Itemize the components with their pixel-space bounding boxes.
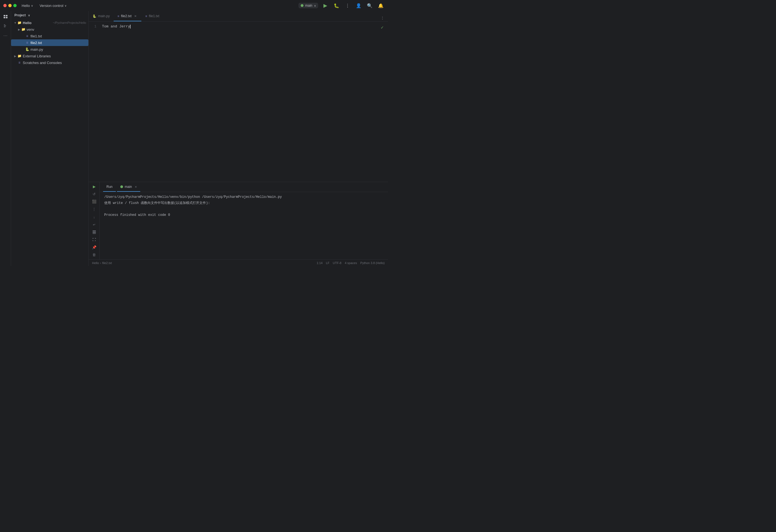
minimize-button[interactable] — [8, 4, 12, 7]
close-button[interactable] — [3, 4, 7, 7]
sidebar-structure-button[interactable] — [1, 22, 10, 30]
debug-button[interactable]: 🐛 — [333, 2, 340, 9]
mainpy-spacer — [21, 47, 25, 51]
trash-button[interactable]: 🗑 — [90, 251, 99, 258]
version-control-chevron-icon: ∨ — [64, 4, 66, 7]
left-icon-bar: ⋯ — [0, 11, 11, 266]
pin-button[interactable]: 📌 — [90, 244, 99, 251]
svg-rect-2 — [4, 17, 5, 18]
stop-button[interactable]: ⬛ — [90, 198, 99, 205]
tree-item-venv[interactable]: ▶ 📁 venv — [11, 26, 88, 33]
file2-label: file2.txt — [30, 41, 86, 45]
run-config[interactable]: main ∨ — [299, 3, 318, 8]
sidebar: Project ∨ ▼ 📁 Hello ~/PycharmProjects/He… — [11, 11, 89, 266]
bottom-tab-main[interactable]: main ✕ — [117, 182, 140, 192]
sidebar-title: Project — [14, 13, 26, 17]
svg-rect-1 — [6, 15, 7, 16]
project-chevron-icon: ∨ — [31, 4, 33, 7]
rerun-button[interactable]: ↺ — [90, 191, 99, 198]
layers-button[interactable] — [90, 229, 99, 236]
breadcrumb-sep-icon: › — [100, 261, 101, 265]
external-label: External Libraries — [23, 54, 86, 58]
tab-file2[interactable]: ≡ file2.txt ✕ — [114, 11, 141, 21]
tab-file1-icon: ≡ — [145, 14, 147, 18]
svg-rect-7 — [92, 231, 96, 231]
console-output-text: 使用 write / flush 函数向文件中写出数据(以追加模式打开文件): — [104, 201, 210, 205]
run-config-chevron-icon: ∨ — [314, 4, 316, 7]
search-button[interactable]: 🔍 — [366, 2, 374, 9]
scroll-to-end-button[interactable]: ↓ — [90, 214, 99, 221]
tab-mainpy-label: main.py — [98, 14, 110, 18]
editor-text-area[interactable]: Tom and Jerry ✓ — [100, 22, 388, 182]
editor-check-icon: ✓ — [381, 24, 384, 32]
run-config-dot — [301, 4, 304, 7]
breadcrumb-file[interactable]: file2.txt — [102, 261, 112, 265]
hello-chevron-icon: ▼ — [13, 21, 17, 25]
maximize-button[interactable] — [13, 4, 17, 7]
sidebar-header[interactable]: Project ∨ — [11, 11, 88, 19]
svg-rect-6 — [4, 27, 6, 27]
breadcrumb: Hello › file2.txt — [92, 261, 112, 265]
sidebar-chevron-icon: ∨ — [28, 14, 30, 17]
svg-rect-4 — [4, 24, 5, 25]
interpreter-status[interactable]: Python 3.8 (Hello) — [360, 261, 385, 265]
encoding-status[interactable]: UTF-8 — [333, 261, 342, 265]
svg-rect-5 — [4, 25, 6, 26]
console-line-2: 使用 write / flush 函数向文件中写出数据(以追加模式打开文件): — [104, 200, 384, 207]
tab-file2-close-button[interactable]: ✕ — [133, 14, 138, 18]
run-panel-button[interactable]: ▶ — [90, 183, 99, 190]
bottom-panel-right: Run main ✕ /Users/zyq/PycharmProjects/He… — [100, 182, 388, 259]
console-process-text: Process finished with exit code 0 — [104, 213, 170, 217]
file2-icon: ≡ — [25, 40, 29, 45]
version-control-dropdown[interactable]: Version control ∨ — [38, 3, 68, 8]
notifications-button[interactable]: 🔔 — [377, 2, 385, 9]
profile-button[interactable]: 👤 — [355, 2, 363, 9]
tab-bar-actions: ⋮ — [379, 15, 388, 21]
sidebar-more-button[interactable]: ⋯ — [1, 31, 10, 40]
bottom-panel: ▶ ↺ ⬛ ⋮ ↓ ↵ 📌 🗑 — [89, 182, 388, 259]
tree-item-hello[interactable]: ▼ 📁 Hello ~/PycharmProjects/Hello — [11, 19, 88, 26]
scratches-spacer — [13, 61, 17, 64]
config-tab-label: main — [125, 185, 132, 189]
console-line-4: Process finished with exit code 0 — [104, 212, 384, 218]
sidebar-tree: ▼ 📁 Hello ~/PycharmProjects/Hello ▶ 📁 ve… — [11, 19, 88, 266]
line-ending-status[interactable]: LF — [326, 261, 330, 265]
scratches-label: Scratches and Consoles — [23, 61, 86, 65]
cursor-position-status[interactable]: 1:14 — [317, 261, 322, 265]
editor-content[interactable]: 1 Tom and Jerry ✓ — [89, 22, 388, 182]
tree-item-file2[interactable]: ≡ file2.txt — [11, 39, 88, 46]
tree-item-external[interactable]: ▶ 📁 External Libraries — [11, 53, 88, 59]
editor-area: 🐍 main.py ≡ file2.txt ✕ ≡ file1.txt ⋮ 1 — [89, 11, 388, 266]
bottom-tab-run[interactable]: Run — [103, 182, 116, 192]
expand-button[interactable] — [90, 236, 99, 243]
sidebar-files-button[interactable] — [1, 12, 10, 21]
tab-close-icon[interactable]: ✕ — [135, 185, 137, 189]
tab-more-button[interactable]: ⋮ — [379, 15, 386, 21]
indent-status[interactable]: 4 spaces — [345, 261, 357, 265]
tab-file2-icon: ≡ — [118, 14, 119, 18]
run-config-label: main — [305, 4, 312, 7]
more-run-button[interactable]: ⋮ — [90, 206, 99, 213]
scratches-icon: ≡ — [17, 60, 22, 65]
tree-item-scratches[interactable]: ≡ Scratches and Consoles — [11, 59, 88, 66]
line-numbers: 1 — [89, 22, 100, 182]
soft-wrap-button[interactable]: ↵ — [90, 221, 99, 228]
project-dropdown[interactable]: Hello ∨ — [20, 3, 35, 8]
svg-rect-0 — [4, 15, 5, 16]
svg-rect-9 — [92, 233, 96, 234]
tree-item-mainpy[interactable]: 🐍 main.py — [11, 46, 88, 53]
version-control-label: Version control — [40, 4, 63, 8]
tab-file2-label: file2.txt — [121, 14, 131, 18]
breadcrumb-root[interactable]: Hello — [92, 261, 99, 265]
editor-line-1: Tom and Jerry — [102, 24, 131, 29]
mainpy-label: main.py — [30, 47, 86, 51]
tree-item-file1[interactable]: ≡ file1.txt — [11, 33, 88, 39]
bottom-left-icons: ▶ ↺ ⬛ ⋮ ↓ ↵ 📌 🗑 — [89, 182, 100, 259]
tab-file1[interactable]: ≡ file1.txt — [141, 11, 163, 21]
bottom-panel-tabs: Run main ✕ — [100, 182, 388, 192]
run-button[interactable]: ▶ — [322, 2, 329, 9]
tab-mainpy[interactable]: 🐍 main.py — [89, 11, 114, 21]
more-button[interactable]: ⋮ — [344, 2, 351, 9]
editor-content: Tom and Jerry — [102, 24, 130, 29]
hello-label: Hello — [23, 21, 51, 25]
